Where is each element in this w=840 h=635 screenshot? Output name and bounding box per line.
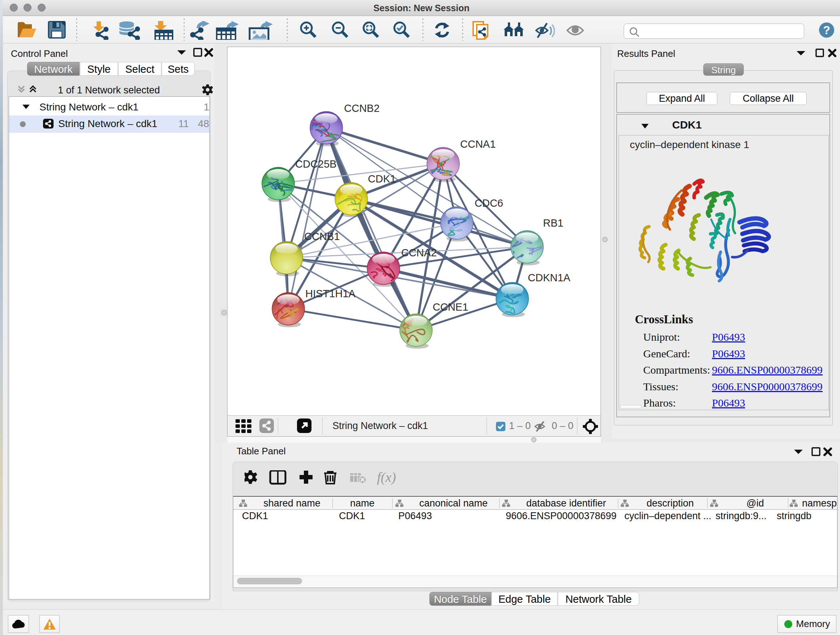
svg-text:CDK1: CDK1 — [368, 173, 396, 185]
svg-text:CDKN1A: CDKN1A — [528, 272, 570, 283]
svg-text:?: ? — [823, 24, 830, 36]
svg-text:f(x): f(x) — [377, 470, 396, 485]
svg-text:CCNE1: CCNE1 — [433, 301, 468, 313]
svg-text:CCNB1: CCNB1 — [304, 231, 340, 242]
svg-text:RB1: RB1 — [543, 217, 563, 229]
svg-text:CDC25B: CDC25B — [295, 158, 336, 170]
svg-text:CDC6: CDC6 — [475, 197, 503, 209]
svg-text:CCNB2: CCNB2 — [344, 103, 379, 114]
svg-text:CCNA1: CCNA1 — [460, 138, 496, 150]
svg-text:HIST1H1A: HIST1H1A — [305, 288, 355, 299]
svg-text:CCNA2: CCNA2 — [401, 247, 437, 258]
